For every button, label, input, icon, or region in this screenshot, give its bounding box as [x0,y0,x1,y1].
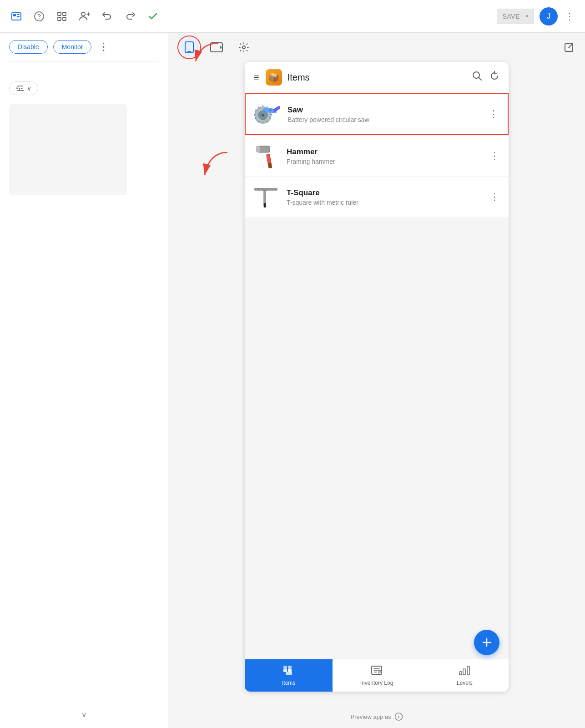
nav-items-label: Items [282,680,295,686]
save-dropdown-arrow[interactable]: ▾ [526,14,528,19]
nav-inventory-log-icon [371,665,383,678]
svg-text:?: ? [37,13,41,20]
preview-label: Preview app as i [351,713,403,721]
hammer-icon [252,142,279,170]
add-person-icon[interactable] [77,9,92,24]
nav-levels[interactable]: Levels [421,659,509,692]
items-spacer [245,218,509,309]
saw-name: Saw [287,106,487,115]
saw-info: Saw Battery powered circular saw [287,106,487,123]
svg-rect-55 [288,666,292,668]
eye-icon[interactable] [9,9,24,24]
preview-app-label: Preview app as [351,713,391,720]
svg-rect-3 [17,16,20,17]
hamburger-menu-icon[interactable]: ≡ [254,72,259,83]
sidebar-more-icon[interactable]: ⋮ [99,41,109,53]
svg-rect-44 [264,203,266,207]
svg-rect-56 [286,672,292,675]
app-header-actions [472,71,499,84]
preview-settings-icon[interactable] [234,37,254,57]
link-dropdown[interactable]: ∨ [9,81,38,95]
svg-rect-66 [467,666,469,675]
redo-icon[interactable] [123,9,137,24]
svg-rect-53 [288,668,292,672]
collapse-arrow[interactable]: ∨ [81,710,87,719]
help-icon[interactable]: ? [32,9,46,24]
svg-rect-43 [255,188,277,191]
svg-text:i: i [398,714,399,719]
svg-rect-9 [63,17,66,20]
svg-rect-6 [58,12,61,15]
svg-line-26 [267,106,268,108]
svg-rect-40 [256,146,260,152]
list-item-hammer[interactable]: Hammer Framing hammer ⋮ [245,136,509,176]
app-title: Items [287,72,472,83]
tsquare-more-icon[interactable]: ⋮ [488,189,501,205]
search-icon[interactable] [472,71,482,84]
list-item-saw[interactable]: Saw Battery powered circular saw ⋮ [245,93,509,135]
active-indicator [177,35,201,59]
svg-point-24 [262,114,264,116]
nav-items-icon [283,665,295,678]
items-list: Saw Battery powered circular saw ⋮ [245,93,509,659]
save-button[interactable]: SAVE ▾ [497,9,534,24]
sidebar-content: ∨ [0,61,168,206]
refresh-icon[interactable] [489,71,499,84]
grid-icon[interactable] [55,9,69,24]
main-preview-area: ≡ 📦 Items [168,33,585,728]
monitor-button[interactable]: Monitor [53,40,92,54]
preview-toolbar [168,33,585,62]
svg-rect-54 [283,666,287,668]
tsquare-info: T-Square T-square with metric ruler [287,188,488,206]
svg-rect-2 [17,14,20,15]
hammer-info: Hammer Framing hammer [287,147,488,165]
list-item-tsquare[interactable]: T-Square T-square with metric ruler ⋮ [245,177,509,217]
svg-line-21 [479,77,481,80]
svg-rect-65 [463,669,465,675]
toolbar-right: SAVE ▾ J ⋮ [497,7,576,25]
bottom-nav: Items Inventory Log [245,659,509,692]
nav-levels-icon [459,665,470,678]
nav-items[interactable]: Items [245,659,333,692]
disable-button[interactable]: Disable [9,40,48,54]
sidebar-top-bar: Disable Monitor ⋮ [0,33,168,61]
user-avatar[interactable]: J [540,7,558,25]
preview-external-icon[interactable] [564,42,574,52]
nav-inventory-log-label: Inventory Log [360,680,393,686]
svg-rect-1 [13,14,16,16]
hammer-description: Framing hammer [287,158,488,165]
svg-rect-18 [220,46,222,49]
svg-rect-8 [58,17,61,20]
check-icon[interactable] [146,9,160,24]
save-label: SAVE [503,13,520,20]
saw-more-icon[interactable]: ⋮ [487,106,500,122]
toolbar-icons: ? [9,9,497,24]
app-icon: 📦 [266,69,282,86]
saw-icon [253,101,280,128]
fab-add-button[interactable] [474,630,499,655]
hammer-more-icon[interactable]: ⋮ [488,148,501,164]
tsquare-name: T-Square [287,188,488,197]
save-divider [523,12,523,21]
undo-icon[interactable] [100,9,115,24]
saw-description: Battery powered circular saw [287,116,487,123]
svg-rect-64 [459,672,462,675]
sidebar-content-box [9,104,127,195]
phone-preview: ≡ 📦 Items [245,62,509,692]
phone-view-icon[interactable] [179,37,199,57]
tablet-view-icon[interactable] [207,37,227,57]
link-dropdown-arrow: ∨ [27,85,31,92]
tsquare-description: T-square with metric ruler [287,199,488,206]
nav-levels-label: Levels [457,680,473,686]
top-toolbar: ? [0,0,585,33]
svg-rect-52 [283,668,287,672]
svg-point-10 [81,12,85,16]
svg-point-19 [242,46,245,49]
nav-inventory-log[interactable]: Inventory Log [333,659,420,692]
left-sidebar: Disable Monitor ⋮ ∨ ∨ [0,33,168,728]
tsquare-icon [252,183,279,211]
app-header: ≡ 📦 Items [245,62,509,93]
svg-rect-7 [63,12,66,15]
more-options-icon[interactable]: ⋮ [563,9,576,24]
svg-line-36 [258,106,259,108]
